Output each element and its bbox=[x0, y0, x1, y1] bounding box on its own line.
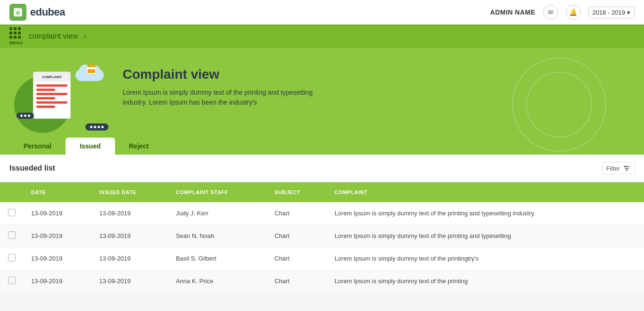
table-title: Issueded list bbox=[9, 164, 55, 172]
speech-bubble-2 bbox=[85, 123, 108, 131]
tab-personal[interactable]: Personal bbox=[9, 138, 66, 155]
admin-name: ADMIN NAME bbox=[490, 8, 536, 16]
row-issued-date: 13-09-2019 bbox=[92, 270, 168, 293]
menu-button[interactable]: MENU bbox=[9, 27, 23, 45]
row-complaint-staff: Judy J. Kerr bbox=[168, 202, 267, 225]
year-selector[interactable]: 2018 - 2019 ▾ bbox=[588, 7, 635, 18]
navbar: e edubea ADMIN NAME ✉ 🔔 2018 - 2019 ▾ bbox=[0, 0, 644, 25]
table-row: 13-09-2019 13-09-2019 Basil S. Gilbert C… bbox=[0, 247, 644, 270]
col-complaint-staff[interactable]: COMPLAINT STAFF bbox=[168, 182, 267, 202]
speech-bubble-1 bbox=[17, 113, 34, 119]
row-subject: Chart bbox=[267, 247, 327, 270]
navbar-right: ADMIN NAME ✉ 🔔 2018 - 2019 ▾ bbox=[490, 5, 635, 20]
row-date: 13-09-2019 bbox=[24, 247, 92, 270]
svg-point-7 bbox=[626, 170, 627, 171]
logo-icon: e bbox=[9, 4, 26, 21]
filter-label: Filter bbox=[606, 165, 620, 172]
table-column-headers: DATE ISSUED DATE COMPLAINT STAFF SUBJECT… bbox=[0, 182, 644, 202]
svg-point-6 bbox=[627, 168, 629, 169]
table-row: 13-09-2019 13-09-2019 Judy J. Kerr Chart… bbox=[0, 202, 644, 225]
filter-button[interactable]: Filter bbox=[602, 162, 635, 174]
svg-text:e: e bbox=[16, 9, 19, 16]
row-subject: Chart bbox=[267, 225, 327, 247]
logo[interactable]: e edubea bbox=[9, 4, 65, 21]
row-subject: Chart bbox=[267, 270, 327, 293]
row-complaint: Lorem Ipsum is simply dummy text of the … bbox=[327, 247, 644, 270]
col-date[interactable]: DATE bbox=[24, 182, 92, 202]
complaint-paper: COMPLAINT bbox=[33, 72, 71, 119]
table-section: Issueded list Filter DATE ISSUED DATE CO… bbox=[0, 155, 644, 293]
breadcrumb-bar: MENU complaint view › bbox=[0, 25, 644, 48]
row-complaint: Lorem Ipsum is simply dummy text of the … bbox=[327, 202, 644, 225]
row-complaint: Lorem Ipsum is simply dummy text of the … bbox=[327, 225, 644, 247]
logo-text: edubea bbox=[30, 6, 65, 18]
hero-section: COMPLAINT bbox=[0, 48, 644, 155]
row-complaint-staff: Anna K. Price bbox=[168, 270, 267, 293]
table-row: 13-09-2019 13-09-2019 Sean N. Noah Chart… bbox=[0, 225, 644, 247]
message-icon[interactable]: ✉ bbox=[543, 5, 558, 20]
row-complaint: Lorem Ipsum is simply dummy text of the … bbox=[327, 270, 644, 293]
notification-icon[interactable]: 🔔 bbox=[566, 5, 581, 20]
menu-label: MENU bbox=[9, 41, 23, 45]
breadcrumb-path: complaint view bbox=[29, 32, 78, 41]
row-issued-date: 13-09-2019 bbox=[92, 225, 168, 247]
table-header-row: Issueded list Filter bbox=[0, 155, 644, 182]
row-date: 13-09-2019 bbox=[24, 202, 92, 225]
row-complaint-staff: Basil S. Gilbert bbox=[168, 247, 267, 270]
hero-illustration: COMPLAINT bbox=[9, 62, 113, 138]
envelope-icon bbox=[86, 67, 97, 74]
col-select bbox=[0, 182, 24, 202]
table-body: 13-09-2019 13-09-2019 Judy J. Kerr Chart… bbox=[0, 202, 644, 293]
row-checkbox-cell[interactable] bbox=[0, 247, 24, 270]
col-issued-date[interactable]: ISSUED DATE bbox=[92, 182, 168, 202]
row-date: 13-09-2019 bbox=[24, 270, 92, 293]
row-checkbox-cell[interactable] bbox=[0, 270, 24, 293]
col-complaint[interactable]: COMPLAINT bbox=[327, 182, 644, 202]
issued-table: DATE ISSUED DATE COMPLAINT STAFF SUBJECT… bbox=[0, 182, 644, 293]
table-row: 13-09-2019 13-09-2019 Anna K. Price Char… bbox=[0, 270, 644, 293]
row-checkbox-cell[interactable] bbox=[0, 225, 24, 247]
svg-point-5 bbox=[625, 166, 626, 167]
row-issued-date: 13-09-2019 bbox=[92, 247, 168, 270]
filter-icon bbox=[623, 164, 630, 172]
row-complaint-staff: Sean N. Noah bbox=[168, 225, 267, 247]
tab-issued[interactable]: Issued bbox=[66, 138, 115, 155]
row-issued-date: 13-09-2019 bbox=[92, 202, 168, 225]
col-subject[interactable]: SUBJECT bbox=[267, 182, 327, 202]
tab-reject[interactable]: Reject bbox=[115, 138, 163, 155]
breadcrumb-arrow: › bbox=[83, 32, 86, 41]
chevron-down-icon: ▾ bbox=[627, 9, 630, 16]
row-date: 13-09-2019 bbox=[24, 225, 92, 247]
year-label: 2018 - 2019 bbox=[593, 9, 625, 16]
hero-description: Lorem Ipsum is simply dummy text of the … bbox=[123, 88, 335, 107]
row-subject: Chart bbox=[267, 202, 327, 225]
hero-decoration bbox=[512, 57, 606, 152]
paper-header: COMPLAINT bbox=[33, 72, 70, 82]
row-checkbox-cell[interactable] bbox=[0, 202, 24, 225]
